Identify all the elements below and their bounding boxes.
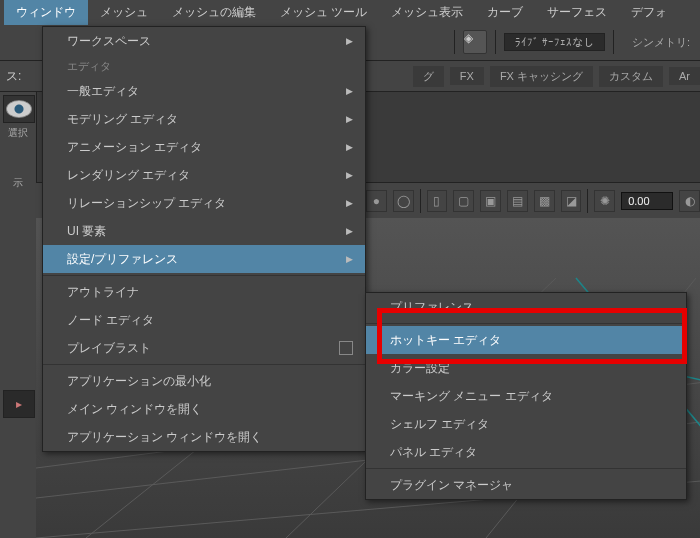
exposure-field[interactable] (621, 192, 673, 210)
menuitem-modeling-editors[interactable]: モデリング エディタ (43, 105, 365, 133)
submenu-shelf-editor[interactable]: シェルフ エディタ (366, 410, 686, 438)
menu-header-editors: エディタ (43, 55, 365, 77)
menuitem-settings-preferences[interactable]: 設定/プリファレンス (43, 245, 365, 273)
select-tool-icon[interactable]: ▢ (453, 190, 474, 212)
submenu-panel-editor[interactable]: パネル エディタ (366, 438, 686, 466)
ring-icon[interactable]: ◯ (393, 190, 414, 212)
toolbar-separator (454, 30, 455, 54)
menuitem-minimize-app[interactable]: アプリケーションの最小化 (43, 367, 365, 395)
menuitem-node-editor[interactable]: ノード エディタ (43, 306, 365, 334)
toolbar-separator (613, 30, 614, 54)
shelf-tab[interactable]: グ (413, 66, 444, 87)
menu-window[interactable]: ウィンドウ (4, 0, 88, 25)
menu-mesh-tools[interactable]: メッシュ ツール (268, 0, 379, 25)
menu-mesh-display[interactable]: メッシュ表示 (379, 0, 475, 25)
shelf-tab-fxcache[interactable]: FX キャッシング (490, 66, 593, 87)
submenu-preferences[interactable]: プリファレンス (366, 293, 686, 321)
menuitem-workspace[interactable]: ワークスペース (43, 27, 365, 55)
toolbar-separator (587, 189, 588, 213)
submenu-plugin-manager[interactable]: プラグイン マネージャ (366, 471, 686, 499)
toolbox-left: 選択 示 ▸ (0, 92, 37, 538)
menu-edit-mesh[interactable]: メッシュの編集 (160, 0, 268, 25)
playblast-optionbox-icon[interactable] (339, 341, 353, 355)
menu-separator (366, 323, 686, 324)
gamma-icon[interactable]: ◐ (679, 190, 700, 212)
window-menu-dropdown: ワークスペース エディタ 一般エディタ モデリング エディタ アニメーション エ… (42, 26, 366, 452)
menuitem-raise-app[interactable]: アプリケーション ウィンドウを開く (43, 423, 365, 451)
menuitem-ui-elements[interactable]: UI 要素 (43, 217, 365, 245)
iso-icon[interactable]: ▣ (480, 190, 501, 212)
menuitem-outliner[interactable]: アウトライナ (43, 278, 365, 306)
toolbar-separator (420, 189, 421, 213)
menuitem-rendering-editors[interactable]: レンダリング エディタ (43, 161, 365, 189)
shelf-tab-custom[interactable]: カスタム (599, 66, 663, 87)
xray-icon[interactable]: ▤ (507, 190, 528, 212)
submenu-hotkey-editor[interactable]: ホットキー エディタ (366, 326, 686, 354)
eye-icon[interactable] (3, 95, 35, 123)
menu-curves[interactable]: カーブ (475, 0, 535, 25)
shelf-leading: ス: (6, 68, 21, 85)
display-label: 示 (0, 176, 36, 190)
exposure-icon[interactable]: ✺ (594, 190, 615, 212)
playblast-icon[interactable]: ▸ (3, 390, 35, 418)
flat-icon[interactable]: ◪ (561, 190, 582, 212)
menu-deform[interactable]: デフォ (619, 0, 679, 25)
settings-submenu: プリファレンス ホットキー エディタ カラー設定 マーキング メニュー エディタ… (365, 292, 687, 500)
menu-mesh[interactable]: メッシュ (88, 0, 160, 25)
menu-separator (366, 468, 686, 469)
toolbar-separator (495, 30, 496, 54)
menu-separator (43, 364, 365, 365)
menu-surfaces[interactable]: サーフェス (535, 0, 619, 25)
submenu-color-settings[interactable]: カラー設定 (366, 354, 686, 382)
menuitem-raise-main[interactable]: メイン ウィンドウを開く (43, 395, 365, 423)
menuitem-relationship-editors[interactable]: リレーションシップ エディタ (43, 189, 365, 217)
gate-icon[interactable]: ▯ (427, 190, 448, 212)
wire-icon[interactable]: ▩ (534, 190, 555, 212)
circle-icon[interactable]: ● (366, 190, 387, 212)
menuitem-playblast[interactable]: プレイブラスト (43, 334, 365, 362)
symmetry-label[interactable]: シンメトリ: (622, 33, 700, 52)
menuitem-animation-editors[interactable]: アニメーション エディタ (43, 133, 365, 161)
menuitem-general-editors[interactable]: 一般エディタ (43, 77, 365, 105)
submenu-marking-menu[interactable]: マーキング メニュー エディタ (366, 382, 686, 410)
live-surface-combo[interactable]: ﾗｲﾌﾞ ｻｰﾌｪｽなし (504, 33, 605, 51)
menubar: ウィンドウ メッシュ メッシュの編集 メッシュ ツール メッシュ表示 カーブ サ… (0, 0, 700, 24)
select-label: 選択 (0, 126, 36, 140)
menu-separator (43, 275, 365, 276)
shelf-tab-fx[interactable]: FX (450, 67, 484, 85)
shelf-tab-ar[interactable]: Ar (669, 67, 700, 85)
snap-icon[interactable]: ◈ (463, 30, 487, 54)
